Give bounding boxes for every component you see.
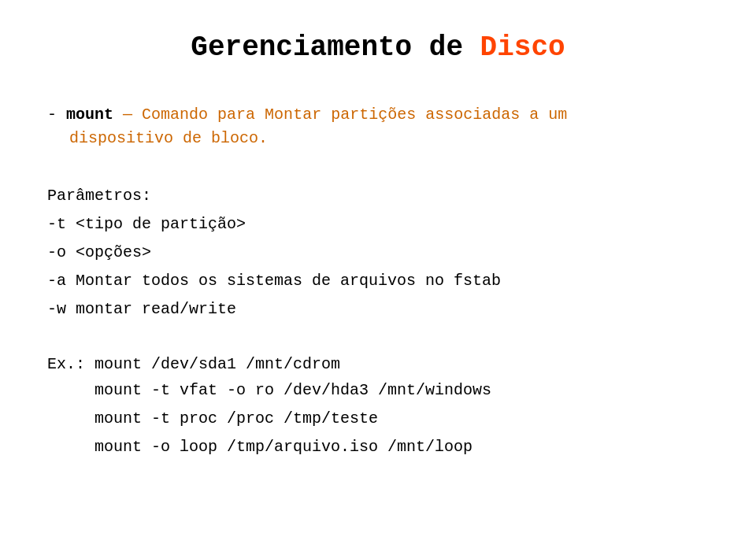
page-title: Gerenciamento de Disco xyxy=(47,31,709,64)
title-part2: Disco xyxy=(480,31,565,64)
intro-emdash: — xyxy=(123,105,132,124)
examples-section: Ex.: mount /dev/sda1 /mnt/cdrom mount -t… xyxy=(47,355,709,461)
intro-section: - mount — Comando para Montar partições … xyxy=(47,103,709,150)
intro-command: mount xyxy=(66,105,113,124)
intro-line: - mount — Comando para Montar partições … xyxy=(47,103,709,127)
intro-continuation: dispositivo de bloco. xyxy=(47,127,709,150)
params-text: Parâmetros: -t <tipo de partição> -o <op… xyxy=(47,182,709,324)
title-part1: Gerenciamento de xyxy=(191,31,480,64)
ex-commands: mount -t vfat -o ro /dev/hda3 /mnt/windo… xyxy=(47,376,709,461)
intro-dash: - xyxy=(47,105,57,124)
ex-label-text: Ex.: xyxy=(47,355,85,373)
ex-command-2: mount -t proc /proc /tmp/teste xyxy=(47,405,709,433)
ex-label: Ex.: mount /dev/sda1 /mnt/cdrom xyxy=(47,355,709,373)
params-section: Parâmetros: -t <tipo de partição> -o <op… xyxy=(47,182,709,324)
ex-command-3: mount -o loop /tmp/arquivo.iso /mnt/loop xyxy=(47,433,709,461)
intro-desc1: Comando para Montar partições associadas… xyxy=(142,105,567,124)
ex-command-1: mount -t vfat -o ro /dev/hda3 /mnt/windo… xyxy=(47,376,709,405)
ex-command-first: mount /dev/sda1 /mnt/cdrom xyxy=(94,355,340,373)
